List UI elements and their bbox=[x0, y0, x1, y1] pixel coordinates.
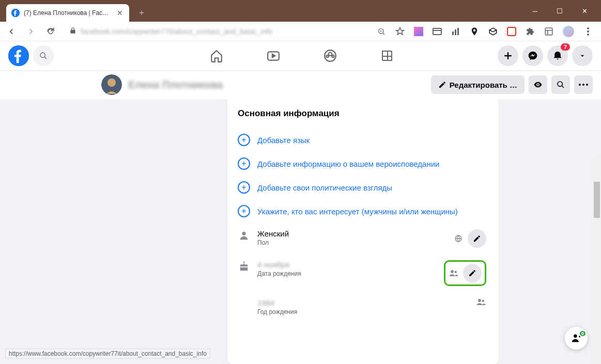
svg-point-17 bbox=[332, 55, 334, 57]
svg-point-9 bbox=[587, 30, 589, 33]
svg-rect-7 bbox=[545, 28, 552, 35]
maximize-button[interactable]: ☐ bbox=[553, 7, 566, 15]
browser-menu-icon[interactable] bbox=[583, 27, 593, 36]
svg-rect-4 bbox=[455, 29, 456, 35]
globe-icon[interactable] bbox=[453, 234, 464, 243]
nav-home-icon[interactable] bbox=[206, 45, 227, 66]
adblock-icon[interactable] bbox=[507, 27, 516, 36]
birthyear-row: 1984 Год рождения bbox=[238, 292, 486, 322]
url-text: facebook.com/copywriter77it/about_contac… bbox=[81, 27, 272, 36]
add-interested-in-row[interactable]: + Укажите, кто вас интересует (мужчины и… bbox=[238, 199, 486, 223]
profile-picture[interactable] bbox=[101, 74, 122, 95]
fb-nav bbox=[105, 45, 498, 66]
window-controls: ─ ☐ ✕ bbox=[518, 4, 601, 18]
browser-tab[interactable]: (7) Елена Плотникова | Facebook ✕ bbox=[6, 4, 129, 22]
nav-groups-icon[interactable] bbox=[320, 45, 341, 66]
extension-icon-1[interactable] bbox=[414, 27, 423, 36]
lock-icon bbox=[69, 27, 76, 36]
blank-icon bbox=[238, 298, 250, 311]
plus-circle-icon: + bbox=[238, 157, 250, 170]
fb-search-button[interactable] bbox=[33, 45, 54, 66]
extensions-icon[interactable] bbox=[526, 27, 535, 36]
edit-profile-button[interactable]: Редактировать … bbox=[431, 75, 525, 94]
forward-button[interactable] bbox=[24, 24, 38, 39]
svg-rect-5 bbox=[457, 28, 459, 35]
edit-birthdate-button[interactable] bbox=[463, 264, 482, 282]
notification-badge: 7 bbox=[561, 43, 570, 51]
minimize-button[interactable]: ─ bbox=[529, 7, 541, 15]
svg-point-6 bbox=[473, 29, 476, 31]
friends-icon[interactable] bbox=[449, 270, 459, 277]
svg-point-28 bbox=[478, 299, 481, 302]
svg-point-23 bbox=[586, 84, 588, 86]
svg-point-12 bbox=[40, 53, 45, 57]
back-button[interactable] bbox=[4, 24, 19, 39]
address-bar[interactable]: facebook.com/copywriter77it/about_contac… bbox=[63, 24, 372, 39]
add-religion-row[interactable]: + Добавьте информацию о вашем вероиспове… bbox=[238, 152, 486, 176]
add-interested-text: Укажите, кто вас интересует (мужчины и/и… bbox=[257, 207, 458, 216]
svg-point-15 bbox=[328, 53, 332, 56]
profile-avatar-icon[interactable] bbox=[563, 26, 574, 37]
svg-point-20 bbox=[558, 82, 562, 86]
svg-point-30 bbox=[574, 335, 577, 338]
svg-rect-3 bbox=[452, 31, 454, 35]
online-count-badge: 0 bbox=[579, 330, 587, 337]
extension-icon-3[interactable] bbox=[451, 27, 460, 36]
birthyear-label: Год рождения bbox=[257, 308, 469, 315]
gender-row: Женский Пол bbox=[238, 223, 486, 254]
highlight-birthdate-edit bbox=[444, 260, 486, 286]
add-language-text: Добавьте язык bbox=[257, 136, 310, 145]
create-button[interactable] bbox=[498, 45, 518, 66]
extension-icon-2[interactable] bbox=[433, 27, 442, 36]
edit-button-label: Редактировать … bbox=[450, 81, 517, 89]
account-menu-button[interactable] bbox=[572, 45, 593, 66]
reload-button[interactable] bbox=[43, 24, 58, 39]
add-religion-text: Добавьте информацию о вашем вероисповеда… bbox=[257, 160, 439, 168]
star-icon[interactable] bbox=[395, 27, 405, 36]
extension-icon-4[interactable] bbox=[470, 27, 479, 36]
new-tab-button[interactable]: + bbox=[134, 6, 149, 20]
edit-gender-button[interactable] bbox=[468, 229, 486, 248]
plus-circle-icon: + bbox=[238, 134, 250, 146]
add-political-row[interactable]: + Добавьте свои политические взгляды bbox=[238, 176, 486, 199]
notifications-button[interactable]: 7 bbox=[547, 45, 568, 66]
svg-point-8 bbox=[587, 27, 589, 29]
floating-new-message-button[interactable]: 0 bbox=[565, 327, 588, 350]
close-window-button[interactable]: ✕ bbox=[578, 7, 591, 15]
tab-close-icon[interactable]: ✕ bbox=[116, 9, 124, 17]
section-title: Основная информация bbox=[238, 108, 486, 119]
svg-point-27 bbox=[455, 271, 457, 274]
search-profile-button[interactable] bbox=[551, 75, 570, 94]
basic-info-card: Основная информация + Добавьте язык + До… bbox=[227, 99, 499, 364]
pencil-icon bbox=[438, 81, 446, 89]
svg-point-22 bbox=[582, 84, 584, 86]
add-language-row[interactable]: + Добавьте язык bbox=[238, 128, 486, 152]
svg-point-19 bbox=[537, 84, 539, 86]
tab-strip: (7) Елена Плотникова | Facebook ✕ + bbox=[0, 4, 601, 22]
messenger-button[interactable] bbox=[522, 45, 543, 66]
view-as-button[interactable] bbox=[529, 75, 547, 94]
svg-point-21 bbox=[579, 84, 581, 86]
svg-point-10 bbox=[587, 34, 589, 36]
nav-watch-icon[interactable] bbox=[263, 45, 284, 66]
reading-list-icon[interactable] bbox=[544, 27, 553, 36]
gender-label: Пол bbox=[257, 239, 446, 246]
friends-icon[interactable] bbox=[476, 298, 486, 306]
profile-name: Елена Плотникова bbox=[128, 79, 223, 91]
fb-logo[interactable] bbox=[8, 45, 29, 66]
svg-point-16 bbox=[326, 55, 328, 57]
extension-icon-5[interactable] bbox=[488, 27, 498, 36]
nav-gaming-icon[interactable] bbox=[377, 45, 397, 66]
scrollbar-thumb[interactable] bbox=[594, 182, 600, 218]
zoom-icon[interactable] bbox=[377, 27, 386, 36]
status-bar-url: https://www.facebook.com/copywriter77it/… bbox=[5, 349, 210, 359]
svg-point-29 bbox=[482, 300, 485, 303]
birthdate-row: 4 ноября Дата рождения bbox=[238, 254, 486, 292]
facebook-favicon bbox=[11, 9, 20, 17]
plus-circle-icon: + bbox=[238, 205, 250, 217]
svg-point-24 bbox=[242, 232, 245, 235]
browser-toolbar: facebook.com/copywriter77it/about_contac… bbox=[0, 22, 601, 41]
more-actions-button[interactable] bbox=[574, 75, 593, 94]
tab-title: (7) Елена Плотникова | Facebook bbox=[24, 9, 112, 17]
plus-circle-icon: + bbox=[238, 181, 250, 194]
